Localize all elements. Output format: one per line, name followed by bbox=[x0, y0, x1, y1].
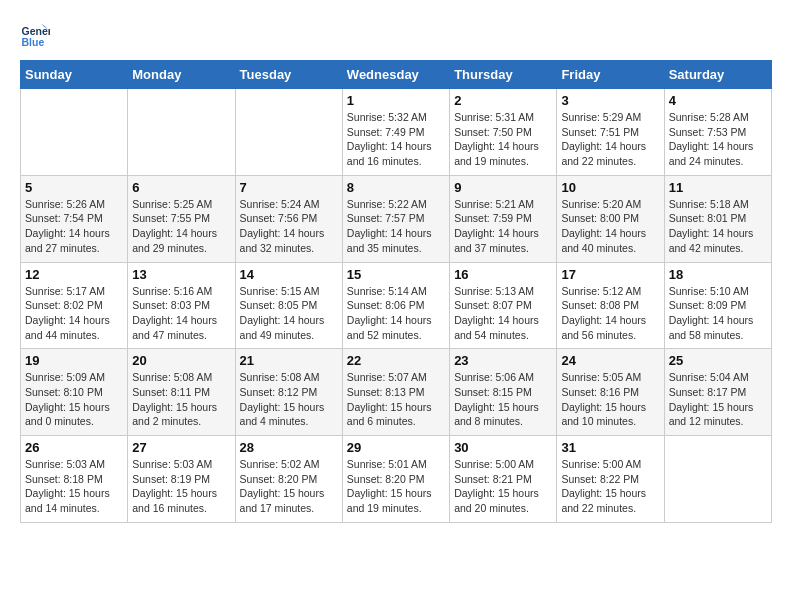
day-number: 10 bbox=[561, 180, 659, 195]
calendar-cell: 14Sunrise: 5:15 AM Sunset: 8:05 PM Dayli… bbox=[235, 262, 342, 349]
day-info: Sunrise: 5:13 AM Sunset: 8:07 PM Dayligh… bbox=[454, 284, 552, 343]
day-info: Sunrise: 5:05 AM Sunset: 8:16 PM Dayligh… bbox=[561, 370, 659, 429]
calendar-cell: 25Sunrise: 5:04 AM Sunset: 8:17 PM Dayli… bbox=[664, 349, 771, 436]
day-number: 17 bbox=[561, 267, 659, 282]
calendar-cell: 15Sunrise: 5:14 AM Sunset: 8:06 PM Dayli… bbox=[342, 262, 449, 349]
day-number: 1 bbox=[347, 93, 445, 108]
logo-icon: General Blue bbox=[20, 20, 50, 50]
calendar-cell bbox=[128, 89, 235, 176]
calendar-cell: 22Sunrise: 5:07 AM Sunset: 8:13 PM Dayli… bbox=[342, 349, 449, 436]
day-info: Sunrise: 5:18 AM Sunset: 8:01 PM Dayligh… bbox=[669, 197, 767, 256]
calendar-cell: 23Sunrise: 5:06 AM Sunset: 8:15 PM Dayli… bbox=[450, 349, 557, 436]
day-info: Sunrise: 5:15 AM Sunset: 8:05 PM Dayligh… bbox=[240, 284, 338, 343]
calendar-cell: 4Sunrise: 5:28 AM Sunset: 7:53 PM Daylig… bbox=[664, 89, 771, 176]
day-number: 5 bbox=[25, 180, 123, 195]
header-thursday: Thursday bbox=[450, 61, 557, 89]
calendar-cell: 5Sunrise: 5:26 AM Sunset: 7:54 PM Daylig… bbox=[21, 175, 128, 262]
day-number: 2 bbox=[454, 93, 552, 108]
calendar-cell: 13Sunrise: 5:16 AM Sunset: 8:03 PM Dayli… bbox=[128, 262, 235, 349]
calendar-cell bbox=[21, 89, 128, 176]
page-header: General Blue bbox=[20, 20, 772, 50]
day-info: Sunrise: 5:08 AM Sunset: 8:11 PM Dayligh… bbox=[132, 370, 230, 429]
day-number: 14 bbox=[240, 267, 338, 282]
calendar-cell: 20Sunrise: 5:08 AM Sunset: 8:11 PM Dayli… bbox=[128, 349, 235, 436]
calendar-header-row: SundayMondayTuesdayWednesdayThursdayFrid… bbox=[21, 61, 772, 89]
day-info: Sunrise: 5:22 AM Sunset: 7:57 PM Dayligh… bbox=[347, 197, 445, 256]
calendar-cell: 31Sunrise: 5:00 AM Sunset: 8:22 PM Dayli… bbox=[557, 436, 664, 523]
day-number: 27 bbox=[132, 440, 230, 455]
day-info: Sunrise: 5:26 AM Sunset: 7:54 PM Dayligh… bbox=[25, 197, 123, 256]
day-info: Sunrise: 5:24 AM Sunset: 7:56 PM Dayligh… bbox=[240, 197, 338, 256]
calendar-cell: 6Sunrise: 5:25 AM Sunset: 7:55 PM Daylig… bbox=[128, 175, 235, 262]
day-info: Sunrise: 5:02 AM Sunset: 8:20 PM Dayligh… bbox=[240, 457, 338, 516]
header-sunday: Sunday bbox=[21, 61, 128, 89]
day-number: 6 bbox=[132, 180, 230, 195]
calendar-table: SundayMondayTuesdayWednesdayThursdayFrid… bbox=[20, 60, 772, 523]
day-number: 25 bbox=[669, 353, 767, 368]
calendar-cell: 10Sunrise: 5:20 AM Sunset: 8:00 PM Dayli… bbox=[557, 175, 664, 262]
day-number: 19 bbox=[25, 353, 123, 368]
calendar-cell: 26Sunrise: 5:03 AM Sunset: 8:18 PM Dayli… bbox=[21, 436, 128, 523]
day-info: Sunrise: 5:25 AM Sunset: 7:55 PM Dayligh… bbox=[132, 197, 230, 256]
day-number: 30 bbox=[454, 440, 552, 455]
calendar-cell: 29Sunrise: 5:01 AM Sunset: 8:20 PM Dayli… bbox=[342, 436, 449, 523]
day-info: Sunrise: 5:07 AM Sunset: 8:13 PM Dayligh… bbox=[347, 370, 445, 429]
header-monday: Monday bbox=[128, 61, 235, 89]
day-info: Sunrise: 5:00 AM Sunset: 8:22 PM Dayligh… bbox=[561, 457, 659, 516]
header-friday: Friday bbox=[557, 61, 664, 89]
day-info: Sunrise: 5:32 AM Sunset: 7:49 PM Dayligh… bbox=[347, 110, 445, 169]
day-number: 8 bbox=[347, 180, 445, 195]
day-info: Sunrise: 5:10 AM Sunset: 8:09 PM Dayligh… bbox=[669, 284, 767, 343]
calendar-cell: 17Sunrise: 5:12 AM Sunset: 8:08 PM Dayli… bbox=[557, 262, 664, 349]
day-number: 31 bbox=[561, 440, 659, 455]
calendar-cell: 8Sunrise: 5:22 AM Sunset: 7:57 PM Daylig… bbox=[342, 175, 449, 262]
day-number: 23 bbox=[454, 353, 552, 368]
day-number: 13 bbox=[132, 267, 230, 282]
calendar-week-row: 5Sunrise: 5:26 AM Sunset: 7:54 PM Daylig… bbox=[21, 175, 772, 262]
calendar-week-row: 12Sunrise: 5:17 AM Sunset: 8:02 PM Dayli… bbox=[21, 262, 772, 349]
day-number: 7 bbox=[240, 180, 338, 195]
day-info: Sunrise: 5:17 AM Sunset: 8:02 PM Dayligh… bbox=[25, 284, 123, 343]
day-info: Sunrise: 5:31 AM Sunset: 7:50 PM Dayligh… bbox=[454, 110, 552, 169]
day-info: Sunrise: 5:20 AM Sunset: 8:00 PM Dayligh… bbox=[561, 197, 659, 256]
calendar-cell: 21Sunrise: 5:08 AM Sunset: 8:12 PM Dayli… bbox=[235, 349, 342, 436]
day-number: 16 bbox=[454, 267, 552, 282]
calendar-cell: 28Sunrise: 5:02 AM Sunset: 8:20 PM Dayli… bbox=[235, 436, 342, 523]
calendar-week-row: 19Sunrise: 5:09 AM Sunset: 8:10 PM Dayli… bbox=[21, 349, 772, 436]
calendar-cell: 11Sunrise: 5:18 AM Sunset: 8:01 PM Dayli… bbox=[664, 175, 771, 262]
day-number: 11 bbox=[669, 180, 767, 195]
calendar-cell: 2Sunrise: 5:31 AM Sunset: 7:50 PM Daylig… bbox=[450, 89, 557, 176]
day-info: Sunrise: 5:01 AM Sunset: 8:20 PM Dayligh… bbox=[347, 457, 445, 516]
day-number: 20 bbox=[132, 353, 230, 368]
day-info: Sunrise: 5:16 AM Sunset: 8:03 PM Dayligh… bbox=[132, 284, 230, 343]
calendar-cell: 12Sunrise: 5:17 AM Sunset: 8:02 PM Dayli… bbox=[21, 262, 128, 349]
day-number: 26 bbox=[25, 440, 123, 455]
calendar-cell: 24Sunrise: 5:05 AM Sunset: 8:16 PM Dayli… bbox=[557, 349, 664, 436]
day-number: 15 bbox=[347, 267, 445, 282]
calendar-cell: 3Sunrise: 5:29 AM Sunset: 7:51 PM Daylig… bbox=[557, 89, 664, 176]
calendar-cell: 18Sunrise: 5:10 AM Sunset: 8:09 PM Dayli… bbox=[664, 262, 771, 349]
calendar-cell bbox=[664, 436, 771, 523]
day-info: Sunrise: 5:09 AM Sunset: 8:10 PM Dayligh… bbox=[25, 370, 123, 429]
day-info: Sunrise: 5:03 AM Sunset: 8:18 PM Dayligh… bbox=[25, 457, 123, 516]
day-info: Sunrise: 5:28 AM Sunset: 7:53 PM Dayligh… bbox=[669, 110, 767, 169]
day-info: Sunrise: 5:14 AM Sunset: 8:06 PM Dayligh… bbox=[347, 284, 445, 343]
header-saturday: Saturday bbox=[664, 61, 771, 89]
svg-text:Blue: Blue bbox=[22, 36, 45, 48]
calendar-cell: 27Sunrise: 5:03 AM Sunset: 8:19 PM Dayli… bbox=[128, 436, 235, 523]
day-info: Sunrise: 5:12 AM Sunset: 8:08 PM Dayligh… bbox=[561, 284, 659, 343]
day-info: Sunrise: 5:04 AM Sunset: 8:17 PM Dayligh… bbox=[669, 370, 767, 429]
calendar-cell: 1Sunrise: 5:32 AM Sunset: 7:49 PM Daylig… bbox=[342, 89, 449, 176]
calendar-cell: 7Sunrise: 5:24 AM Sunset: 7:56 PM Daylig… bbox=[235, 175, 342, 262]
day-info: Sunrise: 5:06 AM Sunset: 8:15 PM Dayligh… bbox=[454, 370, 552, 429]
day-number: 12 bbox=[25, 267, 123, 282]
day-number: 9 bbox=[454, 180, 552, 195]
calendar-week-row: 26Sunrise: 5:03 AM Sunset: 8:18 PM Dayli… bbox=[21, 436, 772, 523]
day-info: Sunrise: 5:21 AM Sunset: 7:59 PM Dayligh… bbox=[454, 197, 552, 256]
day-number: 29 bbox=[347, 440, 445, 455]
day-number: 4 bbox=[669, 93, 767, 108]
day-info: Sunrise: 5:29 AM Sunset: 7:51 PM Dayligh… bbox=[561, 110, 659, 169]
day-info: Sunrise: 5:03 AM Sunset: 8:19 PM Dayligh… bbox=[132, 457, 230, 516]
calendar-cell: 9Sunrise: 5:21 AM Sunset: 7:59 PM Daylig… bbox=[450, 175, 557, 262]
day-number: 22 bbox=[347, 353, 445, 368]
